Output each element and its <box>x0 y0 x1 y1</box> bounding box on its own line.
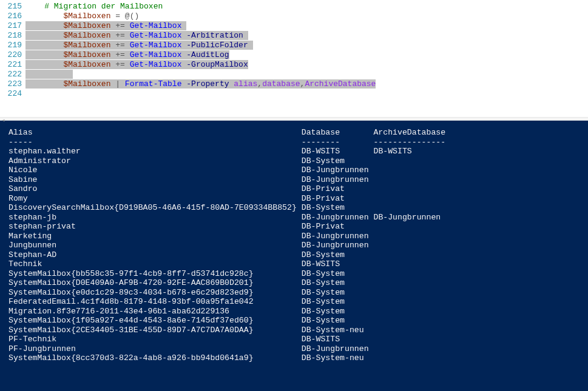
cell-alias: SystemMailbox{2CE34405-31BE-455D-89D7-A7… <box>8 326 302 335</box>
code-token: $Mailboxen <box>63 50 110 59</box>
console-header: Alias Database ArchiveDatabase <box>8 128 580 138</box>
cell-alias: PF-Technik <box>8 335 302 344</box>
cell-database: DB-Jungbrunnen <box>302 213 374 222</box>
code-token <box>25 50 63 59</box>
code-line[interactable]: $Mailboxen += Get-Mailbox -Arbitration <box>25 31 588 41</box>
cell-alias: Technik <box>8 259 302 269</box>
line-number: 216 <box>2 12 22 21</box>
cell-alias: Administrator <box>8 156 302 165</box>
code-token: alias <box>234 79 257 89</box>
code-token: $Mailboxen <box>63 79 110 89</box>
console-row: stephan.walther DB-WSITS DB-WSITS <box>8 147 580 156</box>
code-token: -AuditLog <box>186 50 229 59</box>
console-row: Administrator DB-System <box>8 156 580 166</box>
code-token <box>248 41 253 50</box>
console-row: Migration.8f3e7716-2011-43e4-96b1-aba62d… <box>8 307 580 316</box>
cell-alias: Marketing <box>8 232 302 241</box>
console-row: Technik DB-WSITS <box>8 259 580 269</box>
code-line[interactable]: # Migration der Mailboxen <box>25 2 588 12</box>
cell-database: DB-Privat <box>302 222 374 231</box>
cell-database: DB-Privat <box>302 184 374 193</box>
cell-alias: Nicole <box>8 165 302 175</box>
code-line[interactable]: $Mailboxen += Get-Mailbox <box>25 21 588 31</box>
code-token <box>25 79 63 89</box>
code-line[interactable]: $Mailboxen += Get-Mailbox -PublicFolder <box>25 41 588 50</box>
line-number: 215 <box>2 2 22 12</box>
cell-database: DB-WSITS <box>302 335 374 344</box>
code-editor-pane[interactable]: 215216217218219220221222223224 # Migrati… <box>0 0 588 117</box>
cell-database: DB-Jungbrunnen <box>302 175 374 184</box>
console-row: Nicole DB-Jungbrunnen <box>8 165 580 175</box>
code-token <box>248 60 253 69</box>
code-token: Get-Mailbox <box>130 41 182 50</box>
cell-alias: FederatedEmail.4c1f4d8b-8179-4148-93bf-0… <box>8 297 302 306</box>
console-row: SystemMailbox{2CE34405-31BE-455D-89D7-A7… <box>8 326 580 335</box>
cell-database: DB-Jungbrunnen <box>302 344 374 353</box>
code-token <box>25 70 73 79</box>
console-row: SystemMailbox{e0dc1c29-89c3-4034-b678-e6… <box>8 288 580 298</box>
code-token: | <box>110 79 124 89</box>
code-token <box>243 31 248 40</box>
cell-database: DB-Jungbrunnen <box>302 241 374 250</box>
cell-alias: SystemMailbox{e0dc1c29-89c3-4034-b678-e6… <box>8 288 302 297</box>
line-number: 221 <box>2 60 22 70</box>
cell-database: DB-Jungbrunnen <box>302 165 374 175</box>
console-row: stephan-jb DB-Jungbrunnen DB-Jungbrunnen <box>8 213 580 222</box>
code-token: = <box>110 12 124 21</box>
cell-database: DB-System <box>302 269 374 278</box>
console-output-pane[interactable]: Alias Database ArchiveDatabase----- ----… <box>0 121 588 391</box>
code-token: += <box>110 41 129 50</box>
code-token: $Mailboxen <box>63 12 110 21</box>
console-row: DiscoverySearchMailbox{D919BA05-46A6-415… <box>8 203 580 213</box>
console-row: Jungbunnen DB-Jungbrunnen <box>8 241 580 250</box>
code-line[interactable]: $Mailboxen = @() <box>25 12 588 21</box>
console-row: Romy DB-Privat <box>8 194 580 204</box>
code-token: ArchiveDatabase <box>305 79 376 89</box>
cell-database: DB-System <box>302 297 374 306</box>
console-separator: ----- -------- --------------- <box>8 138 580 147</box>
code-token: , <box>257 79 262 89</box>
cell-database: DB-System <box>302 203 374 212</box>
cell-alias: PF-Jungbrunnen <box>8 344 302 353</box>
cell-database: DB-Jungbrunnen <box>302 232 374 241</box>
line-number: 220 <box>2 50 22 60</box>
code-token: database <box>262 79 300 89</box>
line-number: 222 <box>2 70 22 79</box>
code-token: $Mailboxen <box>63 41 110 50</box>
code-token <box>229 50 234 59</box>
code-line[interactable]: $Mailboxen += Get-Mailbox -AuditLog <box>25 50 588 60</box>
console-row: SystemMailbox{bb558c35-97f1-4cb9-8ff7-d5… <box>8 269 580 279</box>
code-line[interactable] <box>25 89 588 99</box>
cell-database: DB-WSITS <box>302 259 374 269</box>
console-row: SystemMailbox{D0E409A0-AF9B-4720-92FE-AA… <box>8 278 580 288</box>
code-line[interactable]: $Mailboxen += Get-Mailbox -GroupMailbox <box>25 60 588 70</box>
line-number: 224 <box>2 89 22 99</box>
cell-alias: Sabine <box>8 175 302 184</box>
code-token: += <box>110 60 129 69</box>
code-token: -Property <box>186 79 229 89</box>
cell-alias: stephan-jb <box>8 213 302 222</box>
console-row: Sabine DB-Jungbrunnen <box>8 175 580 185</box>
cell-database: DB-WSITS <box>302 147 374 156</box>
code-line[interactable] <box>25 70 588 79</box>
code-token <box>25 41 63 50</box>
cell-database: DB-System-neu <box>302 326 374 335</box>
cell-alias: stephan.walther <box>8 147 302 156</box>
cell-alias: stephan-privat <box>8 222 302 231</box>
cell-database: DB-System <box>302 307 374 316</box>
cell-database: DB-System <box>302 278 374 287</box>
code-token <box>181 21 186 30</box>
code-line[interactable]: $Mailboxen | Format-Table -Property alia… <box>25 79 588 89</box>
console-row: SystemMailbox{1f05a927-e44d-4543-8a6e-71… <box>8 316 580 326</box>
code-token: Get-Mailbox <box>130 21 182 30</box>
cell-database: DB-System <box>302 250 374 259</box>
cell-alias: SystemMailbox{1f05a927-e44d-4543-8a6e-71… <box>8 316 302 325</box>
code-token <box>25 31 63 40</box>
line-number: 223 <box>2 79 22 89</box>
code-area[interactable]: # Migration der Mailboxen $Mailboxen = @… <box>25 0 588 117</box>
code-token: Get-Mailbox <box>130 60 182 69</box>
code-token <box>25 2 44 11</box>
cell-database: DB-System <box>302 288 374 297</box>
code-token: -PublicFolder <box>186 41 248 50</box>
line-number: 217 <box>2 21 22 31</box>
